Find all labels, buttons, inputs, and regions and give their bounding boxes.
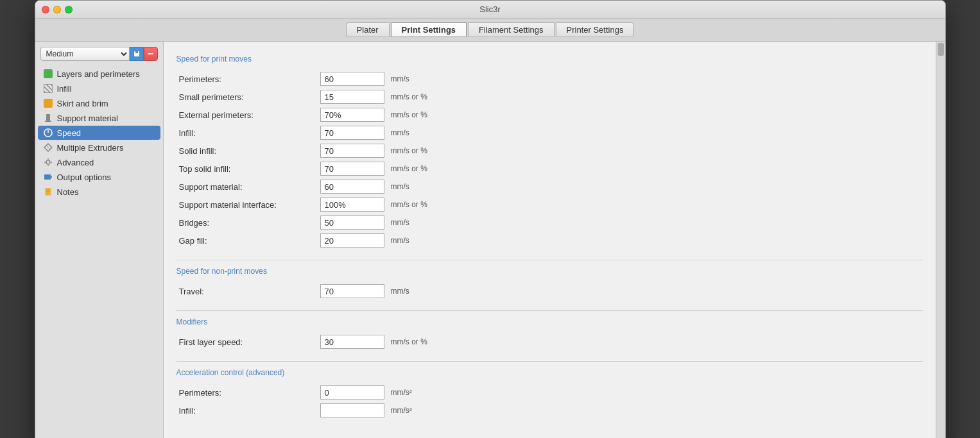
field-label: Perimeters: (176, 383, 318, 401)
field-label: Support material: (176, 178, 318, 196)
divider-2 (176, 310, 923, 311)
maximize-button[interactable] (65, 6, 73, 13)
table-row: Travel: mm/s (176, 282, 923, 300)
field-input[interactable] (320, 198, 384, 212)
field-input-cell (318, 178, 388, 196)
sidebar-item-layers[interactable]: Layers and perimeters (38, 67, 160, 81)
field-label: First layer speed: (176, 333, 318, 351)
field-unit: mm/s or % (388, 106, 923, 124)
main-content: Medium − Layers and perimeters (35, 42, 945, 438)
svg-rect-3 (46, 114, 50, 121)
field-input-cell (318, 142, 388, 160)
tab-plater[interactable]: Plater (346, 22, 390, 37)
field-input[interactable] (320, 284, 384, 298)
field-unit: mm/s (388, 214, 923, 232)
field-unit: mm/s (388, 70, 923, 88)
table-row: Bridges: mm/s (176, 214, 923, 232)
field-label: Infill: (176, 401, 318, 419)
field-unit: mm/s or % (388, 196, 923, 214)
skirt-icon (43, 98, 53, 108)
scrollbar[interactable] (936, 42, 945, 438)
field-input-cell (318, 401, 388, 419)
speed-nonprint-table: Travel: mm/s (176, 282, 923, 300)
profile-selector: Medium − (38, 47, 160, 61)
table-row: External perimeters: mm/s or % (176, 106, 923, 124)
field-input[interactable] (320, 72, 384, 86)
divider-3 (176, 361, 923, 362)
field-unit: mm/s or % (388, 88, 923, 106)
field-input[interactable] (320, 403, 384, 417)
advanced-icon (43, 157, 53, 167)
field-input[interactable] (320, 126, 384, 140)
field-unit: mm/s² (388, 401, 923, 419)
sidebar-item-skirt[interactable]: Skirt and brim (38, 96, 160, 110)
support-icon (43, 113, 53, 123)
field-input[interactable] (320, 385, 384, 400)
save-profile-button[interactable] (130, 47, 144, 61)
field-label: Small perimeters: (176, 88, 318, 106)
tab-filament-settings[interactable]: Filament Settings (468, 22, 554, 37)
section-header-acceleration: Acceleration control (advanced) (176, 368, 923, 377)
divider-1 (176, 260, 923, 260)
window-title: Slic3r (479, 4, 501, 14)
field-input[interactable] (320, 108, 384, 122)
field-input[interactable] (320, 90, 384, 104)
speed-print-table: Perimeters: mm/s Small perimeters: mm/s … (176, 70, 923, 249)
sidebar-item-speed[interactable]: Speed (38, 126, 160, 140)
field-unit: mm/s or % (388, 333, 923, 351)
field-label: Solid infill: (176, 142, 318, 160)
titlebar: Slic3r (35, 1, 945, 19)
section-header-modifiers: Modifiers (176, 317, 923, 326)
field-input[interactable] (320, 233, 384, 248)
content-area: Speed for print moves Perimeters: mm/s S… (164, 42, 936, 438)
field-input-cell (318, 88, 388, 106)
sidebar-item-output[interactable]: Output options (38, 170, 160, 184)
tab-printer-settings[interactable]: Printer Settings (556, 22, 635, 37)
field-unit: mm/s (388, 232, 923, 249)
field-unit: mm/s or % (388, 142, 923, 160)
sidebar-item-support[interactable]: Support material (38, 111, 160, 125)
svg-line-8 (46, 146, 50, 149)
profile-buttons: − (130, 47, 158, 61)
field-unit: mm/s (388, 178, 923, 196)
field-label: Gap fill: (176, 232, 318, 249)
field-input[interactable] (320, 335, 384, 349)
layers-icon (43, 69, 53, 79)
table-row: Perimeters: mm/s² (176, 383, 923, 401)
table-row: Support material interface: mm/s or % (176, 196, 923, 214)
table-row: First layer speed: mm/s or % (176, 333, 923, 351)
sidebar-item-advanced[interactable]: Advanced (38, 155, 160, 169)
close-button[interactable] (42, 6, 49, 13)
profile-dropdown[interactable]: Medium (40, 47, 130, 61)
sidebar-item-infill[interactable]: Infill (38, 81, 160, 96)
table-row: Support material: mm/s (176, 178, 923, 196)
output-icon (43, 172, 53, 182)
sidebar-item-notes[interactable]: Notes (38, 185, 160, 199)
field-input[interactable] (320, 180, 384, 194)
section-header-nonprint: Speed for non-print moves (176, 267, 923, 276)
delete-profile-button[interactable]: − (144, 47, 158, 61)
field-label: Bridges: (176, 214, 318, 232)
sidebar-item-extruders[interactable]: Multiple Extruders (38, 140, 160, 155)
modifiers-table: First layer speed: mm/s or % (176, 333, 923, 351)
field-label: Infill: (176, 124, 318, 142)
extruders-icon (43, 142, 53, 153)
field-input[interactable] (320, 162, 384, 176)
field-input[interactable] (320, 215, 384, 230)
field-unit: mm/s (388, 282, 923, 300)
svg-point-9 (46, 160, 50, 164)
window-controls (42, 6, 73, 13)
notes-icon (43, 187, 53, 197)
speed-icon (43, 128, 53, 138)
table-row: Infill: mm/s (176, 124, 923, 142)
field-input-cell (318, 333, 388, 351)
table-row: Solid infill: mm/s or % (176, 142, 923, 160)
minimize-button[interactable] (53, 6, 61, 13)
table-row: Small perimeters: mm/s or % (176, 88, 923, 106)
field-input-cell (318, 196, 388, 214)
table-row: Infill: mm/s² (176, 401, 923, 419)
field-label: Travel: (176, 282, 318, 300)
field-unit: mm/s (388, 124, 923, 142)
field-input[interactable] (320, 144, 384, 158)
tab-print-settings[interactable]: Print Settings (391, 22, 467, 37)
